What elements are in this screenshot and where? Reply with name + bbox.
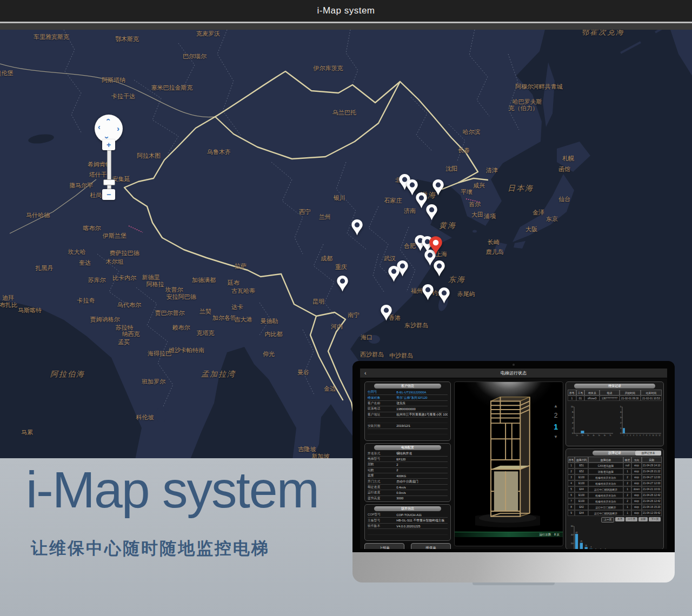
table-cell: 21-04-28 21:22 [642,468,662,474]
svg-text:20: 20 [571,543,573,545]
pagination-button[interactable]: 下一页 [649,517,661,521]
svg-text:1h: 1h [576,434,578,437]
table-header-cell: 维保员 [584,390,600,396]
table-cell: 8 [568,504,575,510]
elevator-location-pin[interactable] [421,284,435,301]
svg-text:3: 3 [630,434,631,437]
table-cell: 2 [623,492,632,498]
svg-text:7: 7 [643,434,644,437]
version-info-panel: 版本信息COP型号COP-TOUCH-A11主板型号HB-GL-S11 不带显示… [364,504,451,541]
info-value: 2019/12/1 [396,424,448,427]
pagination-button[interactable]: 上一页 [601,517,614,523]
pagination-button[interactable]: 一个月 [626,517,637,521]
info-label: 提升高度 [368,496,396,501]
table-cell: E51 [575,463,588,468]
info-label: 电梯型号 [368,457,396,461]
info-value: 2 [396,463,448,466]
svg-text:2: 2 [572,427,573,430]
elevator-location-pin[interactable] [431,179,445,196]
pan-down-button[interactable]: › [103,136,111,139]
info-value: HB-GL-S11 不带显示智能终端主板 [396,518,448,523]
info-row [368,529,448,534]
panel-title: 客户信息 [374,384,441,389]
floor-number: 1 [554,423,558,431]
zoom-out-button[interactable]: − [102,189,115,200]
info-label: 开门方式 [368,479,396,484]
elevator-location-pin[interactable] [437,287,451,304]
table-cell: 5 [568,486,575,492]
info-row: 电梯型号EF120 [368,457,448,462]
info-row: 主板型号HB-GL-S11 不带显示智能终端主板 [368,518,448,523]
table-cell: stop [631,480,641,486]
svg-text:6h: 6h [604,434,606,437]
table-cell: stop [631,468,641,474]
info-value: 3000 [396,497,448,500]
table-cell: 1 [623,486,632,492]
svg-text:2: 2 [605,548,606,549]
maintenance-month-chart: 012345123456789101112 [616,404,662,440]
floor-number: 2 [554,412,558,419]
report-button[interactable]: 上报单 [364,543,404,549]
records-column: 维保记录 序号工号维保员电话开始时间结束时间101xRoseD136777777… [565,381,664,549]
floor-down-icon[interactable]: ▼ [554,434,558,439]
svg-text:0: 0 [572,432,573,434]
fault-log-button[interactable]: 故障记录表 [635,451,661,456]
pan-up-button[interactable]: › [103,118,111,121]
hero-title: i-Map system [26,460,318,519]
table-header-cell: 工号 [576,390,585,396]
window-titlebar: i-Map system [0,0,692,22]
maintenance-order-button[interactable]: 维保单 [411,543,451,549]
svg-text:5: 5 [636,434,637,437]
elevator-location-pin[interactable] [380,304,393,322]
svg-text:2: 2 [595,548,596,549]
info-value: 0.0m/s [396,491,448,494]
elevator-location-pin[interactable] [336,275,349,292]
elevator-location-pin[interactable] [387,265,401,283]
run-count-text: 运行次数 8 次 [539,533,560,537]
monitor-stand [473,582,555,585]
table-cell: 7 [568,498,575,504]
svg-text:2: 2 [620,422,621,424]
elevator-location-pin[interactable] [425,204,438,221]
info-label: 井道形式 [368,451,396,456]
pagination-button[interactable]: 本月 [615,517,624,521]
table-cell: 1 [623,468,632,474]
dashboard-screen: ‹ 电梯运行状态 客户信息合同号B-EL-UT191122000A维保对象蒂尔“… [360,369,667,549]
pan-left-button[interactable]: › [98,124,101,132]
elevator-alert-pin[interactable] [428,236,444,256]
maintenance-panel-title: 维保记录 [574,384,655,389]
back-button[interactable]: ‹ [364,369,367,378]
pagination-button[interactable]: 全部 [638,517,648,521]
svg-text:4: 4 [633,434,634,437]
table-cell: 1 [568,463,575,468]
svg-text:2h: 2h [582,434,584,437]
elevator-location-pin[interactable] [432,260,446,277]
elevator-location-pin[interactable] [350,219,364,236]
info-row: COP型号COP-TOUCH-A11 [368,512,448,518]
floor-up-icon[interactable]: ▲ [554,404,558,409]
table-cell: 9 [568,510,575,516]
info-value: 2 [396,468,448,472]
camera-dot [513,364,515,366]
svg-text:8: 8 [646,434,647,437]
svg-text:11: 11 [585,545,587,547]
info-value: 0.4m/s [396,486,448,489]
svg-text:1: 1 [620,427,621,430]
info-row: 额定速度0.4m/s [368,485,448,490]
svg-text:4: 4 [620,411,621,413]
info-label: 额定速度 [368,485,396,490]
zoom-slider-handle[interactable] [103,179,115,185]
zoom-in-button[interactable]: + [102,139,115,150]
svg-text:3h: 3h [587,434,589,437]
info-row: 软件版本V4.0.0.20201225 [368,524,448,529]
table-cell: 运行中门锁回路断开 [588,510,623,516]
info-value: EF120 [396,458,448,461]
info-row: 层数2 [368,462,448,467]
svg-text:12: 12 [658,434,661,437]
svg-text:5h: 5h [598,434,601,437]
map-pan-control[interactable]: › › › › [95,115,123,143]
maintenance-table: 序号工号维保员电话开始时间结束时间101xRoseD1367777777721-… [568,390,662,401]
pan-right-button[interactable]: › [117,124,119,132]
table-cell: E44 [575,486,588,492]
action-buttons: 上报单 维保单 [364,543,451,549]
